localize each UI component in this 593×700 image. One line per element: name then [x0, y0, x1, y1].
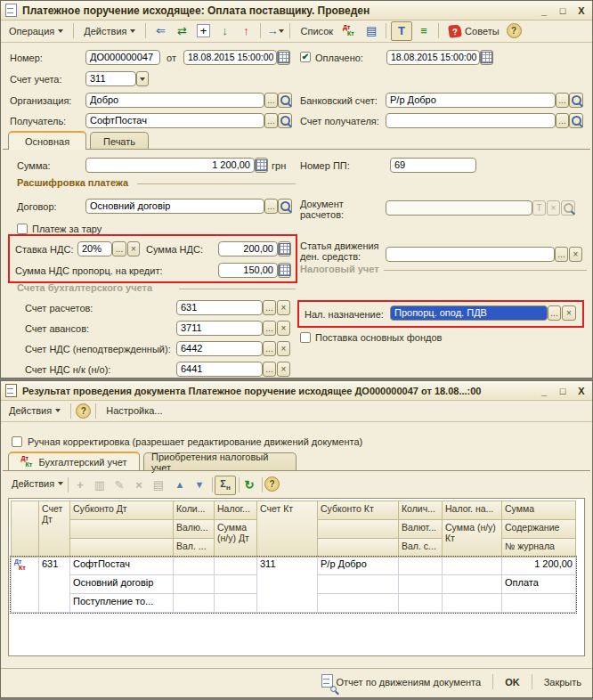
payee-search-button[interactable] [278, 113, 292, 128]
cell-empty[interactable] [215, 575, 257, 594]
tab-tax[interactable]: Приобретения налоговый учет [143, 452, 296, 470]
close-icon[interactable]: X [575, 386, 588, 396]
vat-rate-clear-button[interactable]: × [127, 241, 140, 256]
tips-button[interactable]: ?Советы [443, 23, 504, 39]
cell-empty[interactable] [318, 575, 399, 594]
paid-date-field[interactable]: 18.08.2015 15:00:00 [386, 50, 480, 65]
sum-calc-button[interactable] [255, 158, 268, 173]
acc3-clear-button[interactable]: × [277, 341, 290, 356]
account-dropdown-button[interactable] [136, 71, 149, 86]
copy-document-icon[interactable]: + [193, 22, 213, 40]
settings-button[interactable]: Настройка... [101, 403, 167, 418]
post-document-icon[interactable]: ⇐ [150, 22, 170, 40]
acc4-clear-button[interactable]: × [277, 362, 290, 377]
cell-schet-kt[interactable]: 311 [257, 557, 318, 613]
org-select-button[interactable]: ... [264, 93, 278, 108]
window2-titlebar[interactable]: Результат проведения документа Платежное… [1, 381, 592, 401]
forward-icon[interactable]: → [265, 22, 285, 40]
help-icon[interactable]: ? [507, 23, 522, 38]
sum-field[interactable]: 1 200,00 [85, 158, 255, 173]
date-field[interactable]: 18.08.2015 15:00:00 [183, 50, 277, 65]
purpose-clear-button[interactable]: × [562, 305, 576, 321]
maximize-icon[interactable]: □ [556, 386, 569, 396]
cell-subconto-dt-1[interactable]: СофтПостач [70, 557, 174, 575]
vat-sum-calc-button[interactable] [278, 241, 291, 256]
cell-empty[interactable] [443, 594, 502, 613]
cell-empty[interactable] [174, 575, 215, 594]
vat-sum-field[interactable]: 200,00 [218, 241, 278, 256]
manual-adjust-checkbox[interactable] [12, 436, 22, 447]
structure-icon[interactable]: ≡ [414, 22, 434, 40]
move-up-icon[interactable]: ▲ [170, 476, 190, 493]
dt-kt-icon[interactable]: ДтКт [340, 22, 360, 40]
cell-empty[interactable] [215, 594, 257, 613]
help-icon[interactable]: ? [76, 403, 91, 419]
actions-menu-button[interactable]: Действия [78, 24, 141, 38]
vat-prop-field[interactable]: 150,00 [218, 263, 278, 278]
acc3-select-button[interactable]: ... [263, 341, 276, 356]
org-search-button[interactable] [278, 93, 292, 108]
settle-doc-field[interactable] [386, 200, 532, 216]
payee-acc-field[interactable] [386, 113, 556, 128]
payee-field[interactable]: СофтПостач [85, 113, 264, 128]
contract-search-button[interactable] [278, 199, 292, 214]
table-row[interactable]: ДтКт 631 СофтПостач 311 Р/р Добро 1 200,… [11, 557, 576, 613]
cashflow-clear-button[interactable]: × [569, 247, 582, 262]
contract-field[interactable]: Основний договір [85, 199, 264, 214]
acc2-field[interactable]: 3711 [176, 321, 263, 336]
ok-button[interactable]: OK [501, 675, 524, 689]
payee-acc-select-button[interactable]: ... [556, 113, 569, 128]
acc1-field[interactable]: 631 [176, 300, 263, 315]
bank-select-button[interactable]: ... [556, 93, 569, 108]
grid-actions-menu-button[interactable]: Действия [6, 476, 69, 491]
cell-empty[interactable] [174, 557, 215, 575]
cell-empty[interactable] [318, 594, 399, 613]
delete-row-icon[interactable]: × [129, 476, 149, 493]
cashflow-select-button[interactable]: ... [555, 247, 568, 262]
operation-menu-button[interactable]: Операция [4, 24, 69, 38]
copy-row-icon[interactable]: ▥ [90, 476, 110, 493]
settle-doc-type-button[interactable]: T [532, 200, 546, 216]
money-in-icon[interactable]: ↓ [215, 22, 234, 40]
cell-empty[interactable] [399, 575, 443, 594]
cell-empty[interactable] [215, 557, 257, 575]
acc1-select-button[interactable]: ... [263, 300, 276, 315]
acc4-field[interactable]: 6441 [176, 362, 263, 377]
payee-select-button[interactable]: ... [264, 113, 278, 128]
cell-empty[interactable] [399, 557, 443, 575]
cell-subconto-dt-2[interactable]: Основний договір [70, 575, 174, 594]
org-field[interactable]: Добро [85, 93, 264, 108]
close-button[interactable]: Закрыть [540, 675, 585, 689]
bank-field[interactable]: Р/р Добро [386, 93, 556, 108]
acc3-field[interactable]: 6442 [176, 341, 263, 356]
movements-report-button[interactable]: Отчет по движениям документа [318, 672, 485, 691]
vat-rate-field[interactable]: 20% [77, 241, 112, 256]
assets-checkbox[interactable] [300, 332, 311, 343]
cashflow-field[interactable] [386, 247, 555, 262]
help-icon[interactable]: ? [264, 476, 280, 492]
acc1-clear-button[interactable]: × [277, 300, 290, 315]
row-icon-cell[interactable]: ДтКт [12, 557, 39, 613]
settle-doc-clear-button[interactable]: × [547, 200, 560, 216]
cell-subconto-kt-1[interactable]: Р/р Добро [318, 557, 399, 575]
save-row-icon[interactable]: ▤ [149, 476, 168, 493]
close-icon[interactable]: X [575, 5, 588, 16]
exchange-icon[interactable]: ⇄ [172, 22, 191, 40]
account-combo[interactable]: 311 [85, 71, 136, 86]
payee-acc-search-button[interactable] [569, 113, 583, 128]
list-button[interactable]: Список [295, 24, 338, 38]
calendar-button[interactable] [277, 50, 290, 65]
vat-prop-calc-button[interactable] [278, 263, 291, 278]
cell-empty[interactable] [174, 594, 215, 613]
acc2-clear-button[interactable]: × [277, 321, 290, 336]
tab-print[interactable]: Печать [90, 132, 149, 150]
vat-rate-select-button[interactable]: ... [112, 241, 126, 256]
actions-menu-button[interactable]: Действия [4, 403, 66, 418]
add-row-icon[interactable]: + [70, 476, 90, 493]
filter-icon[interactable]: Т [391, 21, 412, 41]
cell-empty[interactable] [502, 594, 576, 613]
purpose-field[interactable]: Пропорц. опод. ПДВ [390, 305, 548, 321]
paid-checkbox[interactable]: ✔ [300, 52, 311, 62]
acc4-select-button[interactable]: ... [263, 362, 276, 377]
tab-accounting[interactable]: ДтКт Бухгалтерский учет [8, 452, 140, 470]
